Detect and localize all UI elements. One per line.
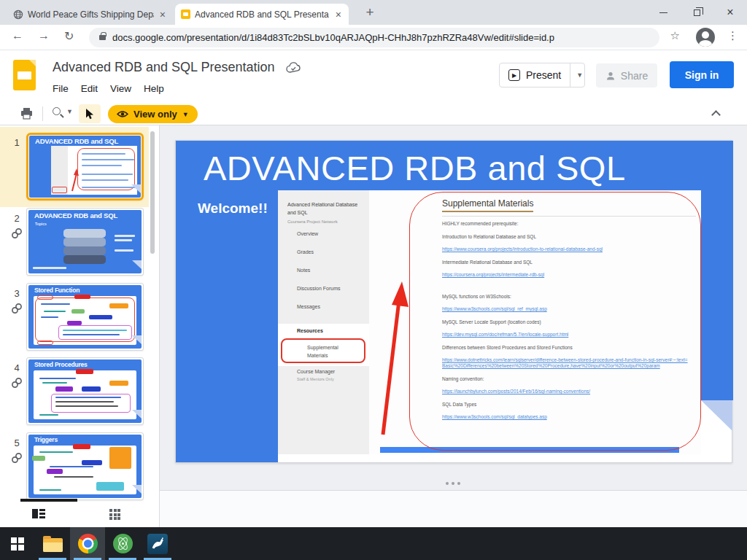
document-title[interactable]: Advanced RDB and SQL Presentation bbox=[53, 60, 275, 75]
link-icon bbox=[11, 452, 23, 467]
zoom-tool-button[interactable]: ▼ bbox=[53, 107, 73, 115]
print-icon[interactable] bbox=[20, 108, 33, 122]
slide-number: 4 bbox=[10, 362, 23, 373]
new-tab-button[interactable]: + bbox=[361, 4, 379, 20]
slide-background bbox=[701, 141, 733, 400]
link-icon bbox=[11, 377, 23, 392]
course-org: Coursera Project Network bbox=[287, 219, 338, 224]
link-icon bbox=[11, 228, 23, 242]
slide-canvas: ADVANCED RDB and SQL Welcome!! Advanced … bbox=[160, 125, 747, 527]
taskbar-file-explorer[interactable] bbox=[35, 527, 70, 560]
view-only-dropdown-icon: ▼ bbox=[182, 111, 189, 118]
slide-number: 1 bbox=[10, 137, 23, 148]
select-tool-button[interactable] bbox=[79, 104, 101, 123]
current-slide[interactable]: ADVANCED RDB and SQL Welcome!! Advanced … bbox=[175, 140, 732, 463]
share-button[interactable]: Share bbox=[596, 63, 657, 88]
window-close-button[interactable]: × bbox=[713, 0, 747, 25]
slide-thumbnail-5[interactable]: Triggers bbox=[26, 432, 144, 500]
menu-item[interactable]: Edit bbox=[81, 83, 98, 94]
slide-number: 3 bbox=[10, 288, 23, 299]
sign-in-button[interactable]: Sign in bbox=[670, 61, 734, 88]
mini-title: Triggers bbox=[34, 436, 58, 443]
view-only-button[interactable]: View only ▼ bbox=[108, 105, 198, 123]
mini-slide-3: Stored Function bbox=[28, 285, 142, 349]
present-dropdown-icon[interactable]: ▼ bbox=[576, 71, 583, 79]
slide-thumbnail-3[interactable]: Stored Function bbox=[26, 283, 144, 351]
green-atom-app-icon bbox=[113, 534, 133, 553]
present-label: Present bbox=[526, 69, 561, 81]
panel-view-switcher bbox=[0, 502, 158, 527]
reload-icon[interactable]: ↻ bbox=[64, 29, 74, 43]
tab-title: World Peace Gifts Shipping Depa bbox=[28, 9, 154, 20]
view-only-label: View only bbox=[133, 109, 177, 120]
mini-screenshot bbox=[51, 146, 137, 195]
mini-title: Stored Procedures bbox=[34, 361, 88, 368]
browser-tab-inactive[interactable]: World Peace Gifts Shipping Depa × bbox=[7, 4, 173, 25]
mysql-workbench-icon bbox=[147, 534, 168, 554]
mini-arrow bbox=[70, 168, 79, 192]
sign-in-label: Sign in bbox=[685, 69, 719, 81]
slides-app-icon[interactable] bbox=[13, 60, 36, 90]
present-button[interactable]: ▶ Present ▼ bbox=[499, 63, 585, 88]
mini-title: ADVANCED RDB and SQL bbox=[35, 137, 118, 145]
slide-background bbox=[176, 141, 278, 462]
collapse-toolbar-icon[interactable] bbox=[711, 110, 721, 120]
mini-slide-4: Stored Procedures bbox=[28, 359, 142, 423]
slides-toolbar: ▼ View only ▼ bbox=[0, 102, 747, 125]
slide-thumbnail-4[interactable]: Stored Procedures bbox=[26, 357, 144, 425]
course-nav-item: Grades bbox=[297, 249, 341, 268]
speaker-notes-handle[interactable] bbox=[446, 482, 460, 485]
filmstrip-view-icon[interactable] bbox=[32, 509, 45, 518]
file-explorer-icon bbox=[43, 538, 63, 552]
mini-subtitle: Topics bbox=[35, 222, 47, 226]
browser-tab-active[interactable]: Advanced RDB and SQL Presenta × bbox=[175, 4, 349, 25]
taskbar-chrome[interactable] bbox=[70, 527, 105, 560]
link-icon bbox=[11, 303, 23, 317]
screen: World Peace Gifts Shipping Depa × Advanc… bbox=[0, 0, 747, 560]
browser-menu-icon[interactable]: ⋮ bbox=[727, 29, 738, 42]
lock-icon bbox=[99, 35, 106, 40]
menu-item[interactable]: View bbox=[110, 83, 131, 94]
close-icon: × bbox=[727, 6, 733, 19]
minimize-icon bbox=[659, 12, 667, 13]
bookmark-star-icon[interactable]: ☆ bbox=[670, 29, 680, 42]
eye-icon bbox=[117, 110, 128, 118]
profile-avatar[interactable] bbox=[696, 28, 715, 47]
back-icon[interactable]: ← bbox=[12, 29, 23, 42]
resources-label: Resources bbox=[297, 328, 323, 333]
url-input[interactable]: docs.google.com/presentation/d/1i84d83Tc… bbox=[89, 28, 659, 47]
taskbar-mysql-workbench[interactable] bbox=[140, 527, 175, 560]
forward-icon[interactable]: → bbox=[38, 29, 50, 42]
url-text: docs.google.com/presentation/d/1i84d83Tc… bbox=[112, 32, 554, 43]
mini-title: ADVANCED RDB and SQL bbox=[34, 211, 117, 219]
tab-title: Advanced RDB and SQL Presenta bbox=[195, 9, 330, 20]
mini-slide-2: ADVANCED RDB and SQL Topics bbox=[28, 210, 142, 273]
taskbar-green-atom-app[interactable] bbox=[105, 527, 140, 560]
window-restore-button[interactable] bbox=[680, 0, 713, 25]
globe-icon bbox=[13, 9, 23, 20]
chrome-icon bbox=[78, 534, 98, 553]
tab-close-icon[interactable]: × bbox=[158, 9, 167, 20]
menu-item[interactable]: Help bbox=[144, 83, 164, 94]
start-button[interactable] bbox=[0, 527, 35, 560]
red-annotation-rounded-rect bbox=[409, 192, 701, 451]
slide-thumbnail-1[interactable]: ADVANCED RDB and SQL bbox=[26, 133, 144, 201]
slides-header: Advanced RDB and SQL Presentation FileEd… bbox=[0, 51, 747, 102]
browser-address-bar-row: ← → ↻ docs.google.com/presentation/d/1i8… bbox=[0, 25, 747, 50]
slide-thumbnail-2[interactable]: ADVANCED RDB and SQL Topics bbox=[26, 208, 144, 276]
window-minimize-button[interactable] bbox=[646, 0, 680, 25]
thumbnail-scrollbar[interactable] bbox=[150, 131, 155, 254]
menu-item[interactable]: File bbox=[53, 83, 69, 94]
mini-title: Stored Function bbox=[34, 287, 80, 294]
tab-close-icon[interactable]: × bbox=[334, 9, 343, 20]
supplemental-materials-highlight-box: Supplemental Materials bbox=[281, 338, 365, 363]
mini-slide-5: Triggers bbox=[28, 435, 142, 498]
zoom-dropdown-icon[interactable]: ▼ bbox=[66, 108, 73, 115]
coursera-sidebar: Advanced Relational Database and SQL Cou… bbox=[278, 190, 369, 454]
active-view-indicator bbox=[20, 499, 77, 502]
course-manager-label: Course Manager bbox=[297, 369, 335, 374]
slide-number: 2 bbox=[10, 213, 23, 224]
course-manager-sub: Staff & Mentors Only bbox=[297, 377, 334, 381]
grid-view-icon[interactable] bbox=[109, 509, 120, 520]
slide-welcome-text: Welcome!! bbox=[198, 201, 268, 217]
